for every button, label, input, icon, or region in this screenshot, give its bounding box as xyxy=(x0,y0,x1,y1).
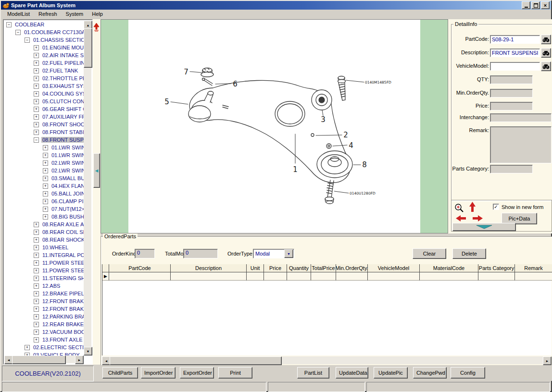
partcode-find-button[interactable] xyxy=(541,35,551,44)
grid-horizontal-scrollbar[interactable]: ◄ ► xyxy=(102,356,552,364)
menu-help[interactable]: Help xyxy=(88,10,107,18)
updatedata-button[interactable]: UpdateData xyxy=(336,367,368,379)
plus-expander-icon[interactable]: + xyxy=(34,330,39,335)
grid-column-header[interactable]: Price xyxy=(264,264,287,272)
plus-expander-icon[interactable]: + xyxy=(34,276,39,281)
tree-item[interactable]: +08.REAR COIL SF xyxy=(4,228,84,236)
tree-item[interactable]: −08.FRONT SUSPE xyxy=(4,136,84,144)
grid-column-header[interactable]: VehicleModel xyxy=(368,264,420,272)
plus-expander-icon[interactable]: + xyxy=(34,130,39,135)
tree-item[interactable]: +02.LWR SWIN xyxy=(4,167,84,174)
grid-cell[interactable] xyxy=(109,272,171,281)
tree-item[interactable]: +08.REAR SHOCK xyxy=(4,236,84,244)
scroll-down-icon[interactable]: ▼ xyxy=(84,347,92,355)
plus-expander-icon[interactable]: + xyxy=(34,76,39,81)
tree-item[interactable]: +13.FRONT AXLE F xyxy=(4,336,84,343)
grid-column-header[interactable]: Description xyxy=(171,264,247,272)
minus-expander-icon[interactable]: − xyxy=(25,37,30,43)
plus-expander-icon[interactable]: + xyxy=(43,199,48,204)
minimize-button[interactable] xyxy=(522,1,530,9)
tree-item[interactable]: +05.BALL JOIN xyxy=(4,190,84,197)
callout-8[interactable]: 8 xyxy=(362,160,367,169)
tree-item[interactable]: +02.FUEL TANK xyxy=(4,67,84,74)
plus-expander-icon[interactable]: + xyxy=(34,222,39,227)
grid-cell[interactable] xyxy=(264,272,287,281)
scroll-right-icon[interactable]: ► xyxy=(75,355,84,364)
tree-item[interactable]: +02.FUEL PIPELINE xyxy=(4,59,84,67)
grid-column-header[interactable]: TotalPrice xyxy=(311,264,336,272)
vehiclemodel-input[interactable] xyxy=(490,62,540,71)
plus-expander-icon[interactable]: + xyxy=(34,45,39,50)
grid-row-selector[interactable]: ▶ xyxy=(102,272,109,281)
pan-right-icon[interactable] xyxy=(472,215,483,222)
plus-expander-icon[interactable]: + xyxy=(34,299,39,304)
plus-expander-icon[interactable]: + xyxy=(34,260,39,266)
tree-item[interactable]: +12.FRONT BRAKE xyxy=(4,297,84,305)
plus-expander-icon[interactable]: + xyxy=(25,345,30,350)
grid-column-header[interactable]: PartCode xyxy=(109,264,171,272)
tree-item[interactable]: +11.STEERING SH xyxy=(4,274,84,282)
plus-expander-icon[interactable]: + xyxy=(43,214,48,220)
partcode-input[interactable] xyxy=(490,35,540,44)
minus-expander-icon[interactable]: − xyxy=(34,137,39,143)
tree-item[interactable]: +06.CLAMP PIN xyxy=(4,197,84,205)
plus-expander-icon[interactable]: + xyxy=(34,237,39,243)
tree-item[interactable]: +06.GEAR SHIFT C xyxy=(4,105,84,113)
partlist-button[interactable]: PartList xyxy=(297,367,329,379)
plus-expander-icon[interactable]: + xyxy=(34,84,39,89)
plus-expander-icon[interactable]: + xyxy=(43,160,48,166)
part-diagram[interactable]: 7 6 5 3 2 4 1 8 0140M1485FD 0140U1280FD xyxy=(128,20,421,233)
tree-item[interactable]: +04.HEX FLANGE xyxy=(4,182,84,190)
importorder-button[interactable]: ImportOrder xyxy=(141,367,176,379)
description-input[interactable] xyxy=(490,49,540,57)
updatepic-button[interactable]: UpdatePic xyxy=(374,367,408,379)
tree-item[interactable]: +03.VEHICLE BODY xyxy=(4,351,84,355)
tree-item[interactable]: +11.POWER STEE xyxy=(4,259,84,267)
plus-expander-icon[interactable]: + xyxy=(34,230,39,235)
childparts-button[interactable]: ChildParts xyxy=(102,367,138,379)
ordertype-dropdown[interactable]: Modal ▼ xyxy=(253,249,294,258)
print-button[interactable]: Print xyxy=(218,367,252,379)
tree-item[interactable]: +02.THROTTLE PE xyxy=(4,74,84,82)
tree-item[interactable]: +02.AIR INTAKE SY xyxy=(4,51,84,59)
tree-item[interactable]: +12.PARKING BRA xyxy=(4,313,84,320)
callout-2[interactable]: 2 xyxy=(343,131,348,139)
plus-expander-icon[interactable]: + xyxy=(34,268,39,273)
plus-expander-icon[interactable]: + xyxy=(34,114,39,120)
grid-cell[interactable] xyxy=(247,272,264,281)
config-button[interactable]: Config xyxy=(451,367,485,379)
tree-item[interactable]: +11.POWER STEE xyxy=(4,267,84,274)
callout-7[interactable]: 7 xyxy=(184,68,188,76)
description-find-button[interactable] xyxy=(541,48,551,58)
plus-expander-icon[interactable]: + xyxy=(43,207,48,212)
plus-expander-icon[interactable]: + xyxy=(34,291,39,296)
tree-item[interactable]: −COOLBEAR xyxy=(4,21,84,28)
tree-item[interactable]: +01.ENGINE MOUNT xyxy=(4,44,84,51)
collapse-splitter[interactable]: ◄ xyxy=(93,153,100,188)
grid-cell[interactable] xyxy=(171,272,247,281)
grid-column-header[interactable]: Parts Category xyxy=(478,264,515,272)
plus-expander-icon[interactable]: + xyxy=(34,283,39,289)
plus-expander-icon[interactable]: + xyxy=(34,61,39,66)
tree-item[interactable]: +05.CLUTCH CONT xyxy=(4,98,84,105)
scroll-right-icon[interactable]: ► xyxy=(543,356,552,365)
menu-refresh[interactable]: Refresh xyxy=(34,10,62,18)
tree-item[interactable]: +12.VACUUM BOO xyxy=(4,328,84,336)
vehiclemodel-find-button[interactable] xyxy=(541,61,551,71)
tree-vscroll-thumb[interactable] xyxy=(84,28,92,68)
grid-cell[interactable] xyxy=(287,272,311,281)
plus-expander-icon[interactable]: + xyxy=(34,107,39,112)
callout-5[interactable]: 5 xyxy=(164,98,169,106)
plus-expander-icon[interactable]: + xyxy=(43,153,48,158)
tree-item[interactable]: +11.INTEGRAL PO xyxy=(4,251,84,259)
menu-system[interactable]: System xyxy=(62,10,88,18)
tree-item[interactable]: +08.FRONT STABIL xyxy=(4,128,84,136)
tree-item[interactable]: −01.CHASSIS SECTION xyxy=(4,36,84,44)
tree-item[interactable]: +03.SMALL BU xyxy=(4,174,84,182)
clear-button[interactable]: Clear xyxy=(413,248,446,259)
tree-item[interactable]: +08.BIG BUSHI xyxy=(4,213,84,220)
plus-expander-icon[interactable]: + xyxy=(34,322,39,327)
plus-expander-icon[interactable]: + xyxy=(34,337,39,343)
tree-item[interactable]: +04.COOLING SYS xyxy=(4,90,84,98)
plus-expander-icon[interactable]: + xyxy=(43,145,48,150)
